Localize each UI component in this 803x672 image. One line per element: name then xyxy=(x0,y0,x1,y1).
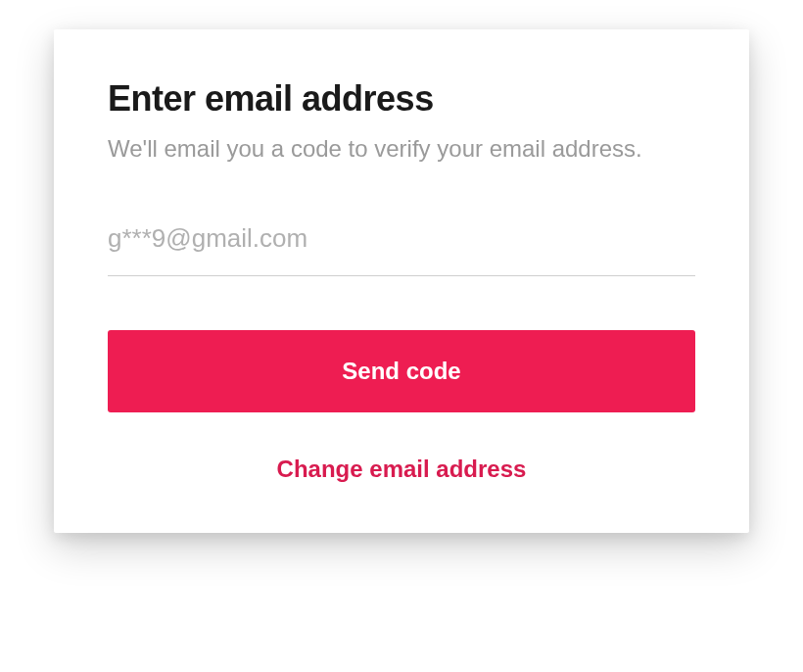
page-title: Enter email address xyxy=(108,78,695,120)
send-code-button[interactable]: Send code xyxy=(108,330,695,412)
email-verification-card: Enter email address We'll email you a co… xyxy=(54,29,749,533)
page-subtitle: We'll email you a code to verify your em… xyxy=(108,133,656,165)
email-input[interactable] xyxy=(108,223,695,276)
change-email-link[interactable]: Change email address xyxy=(108,450,695,489)
